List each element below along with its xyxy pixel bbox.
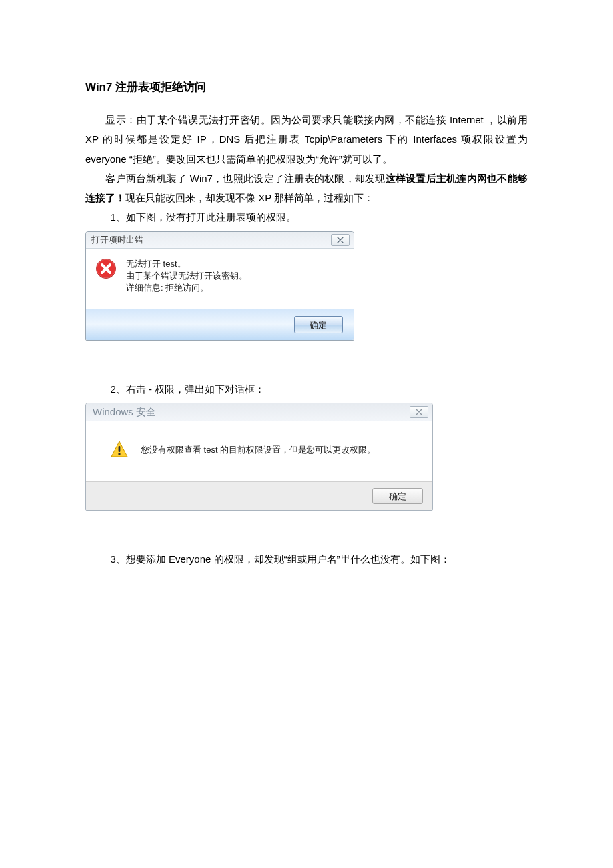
svg-rect-2 <box>119 446 121 452</box>
error-line-1: 无法打开 test。 <box>126 258 247 270</box>
error-dialog-body: 无法打开 test。 由于某个错误无法打开该密钥。 详细信息: 拒绝访问。 <box>86 249 354 309</box>
security-dialog-titlebar: Windows 安全 <box>86 403 432 421</box>
ok-button-label: 确定 <box>310 317 327 333</box>
paragraph-2: 客户两台新机装了 Win7，也照此设定了注册表的权限，却发现这样设置后主机连内网… <box>85 169 528 208</box>
document-page: Win7 注册表项拒绝访问 显示：由于某个错误无法打开密钥。因为公司要求只能联接… <box>0 0 613 868</box>
p2-tail: 现在只能改回来，却发现不像 XP 那样简单，过程如下： <box>125 192 374 203</box>
close-icon <box>336 237 344 243</box>
error-dialog: 打开项时出错 无法打开 test。 由于某个错误无法打开该密钥。 详细信息: 拒… <box>85 231 354 341</box>
error-message: 无法打开 test。 由于某个错误无法打开该密钥。 详细信息: 拒绝访问。 <box>126 258 247 295</box>
ok-button-label: 确定 <box>389 488 406 505</box>
svg-point-3 <box>118 453 120 455</box>
security-dialog: Windows 安全 您没有权限查看 test 的目前权限设置，但是您可以更改权… <box>85 403 433 511</box>
security-message: 您没有权限查看 test 的目前权限设置，但是您可以更改权限。 <box>141 441 376 458</box>
p2-lead: 客户两台新机装了 Win7，也照此设定了注册表的权限，却发现 <box>105 173 386 184</box>
error-dialog-title: 打开项时出错 <box>91 232 331 248</box>
step-3: 3、想要添加 Everyone 的权限，却发现“组或用户名”里什么也没有。如下图… <box>85 549 528 569</box>
paragraph-1: 显示：由于某个错误无法打开密钥。因为公司要求只能联接内网，不能连接 Intern… <box>85 110 528 169</box>
security-dialog-footer: 确定 <box>86 481 432 510</box>
step-1: 1、如下图，没有打开此注册表项的权限。 <box>85 207 528 227</box>
security-dialog-body: 您没有权限查看 test 的目前权限设置，但是您可以更改权限。 <box>86 421 432 481</box>
close-icon <box>415 409 423 415</box>
close-button[interactable] <box>331 234 350 246</box>
error-dialog-footer: 确定 <box>86 309 354 340</box>
error-line-3: 详细信息: 拒绝访问。 <box>126 282 247 294</box>
ok-button[interactable]: 确定 <box>294 316 343 333</box>
step-2: 2、右击 - 权限，弹出如下对话框： <box>85 379 528 399</box>
error-icon <box>95 258 117 279</box>
security-dialog-title: Windows 安全 <box>93 403 410 421</box>
error-line-2: 由于某个错误无法打开该密钥。 <box>126 270 247 282</box>
close-button[interactable] <box>410 406 428 418</box>
error-dialog-titlebar: 打开项时出错 <box>86 232 354 249</box>
page-title: Win7 注册表项拒绝访问 <box>85 76 528 98</box>
warning-icon <box>110 440 129 459</box>
ok-button[interactable]: 确定 <box>372 488 423 504</box>
